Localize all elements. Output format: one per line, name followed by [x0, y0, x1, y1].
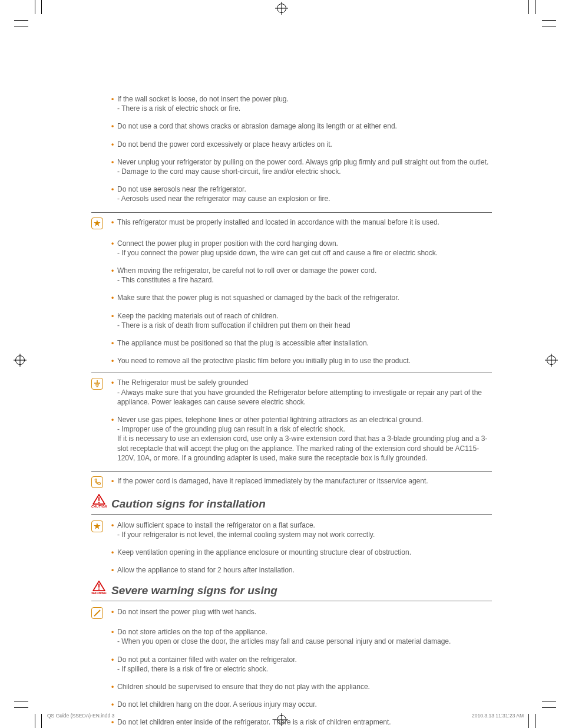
sub-list: Aerosols used near the refrigerator may …: [117, 194, 492, 203]
bullet-item: Never unplug your refrigerator by pullin…: [111, 157, 492, 176]
crop-mark-icon: [542, 27, 556, 27]
crop-mark-icon: [528, 0, 529, 14]
footer-timestamp: 2010.3.13 11:31:23 AM: [472, 713, 524, 719]
bullet-text: Never use gas pipes, telephone lines or …: [117, 416, 423, 424]
bullet-text: If the wall socket is loose, do not inse…: [117, 95, 289, 103]
bullet-item: Do not store articles on the top of the …: [111, 627, 492, 646]
sub-item: When you open or close the door, the art…: [117, 637, 492, 646]
bullet-list: Allow sufficient space to install the re…: [111, 521, 492, 575]
sub-item: There is a risk of death from suffocatio…: [117, 321, 492, 330]
bullet-item: The Refrigerator must be safely grounded…: [111, 378, 492, 407]
bullet-text: Do not let children hang on the door. A …: [117, 700, 317, 709]
bullet-item: Do not put a container filled with water…: [111, 655, 492, 674]
crop-mark-icon: [35, 0, 35, 14]
sub-list: When you open or close the door, the art…: [117, 637, 492, 646]
registration-mark-icon: [277, 4, 286, 13]
bullet-text: Keep the packing materials out of reach …: [117, 312, 279, 320]
bullet-group: If the wall socket is loose, do not inse…: [91, 94, 492, 213]
bullet-text: If the power cord is damaged, have it re…: [117, 477, 428, 485]
page-footer: QS Guide (SSEDA)-EN.indd 3 2010.3.13 11:…: [47, 713, 524, 719]
bullet-item: Children should be supervised to ensure …: [111, 682, 492, 691]
phone-icon: [91, 476, 103, 488]
crop-mark-icon: [535, 0, 535, 14]
bullet-text: Do not bend the power cord excessively o…: [117, 140, 332, 149]
divider: [91, 471, 492, 472]
crop-mark-icon: [542, 707, 556, 708]
bullet-list: Do not insert the power plug with wet ha…: [111, 607, 492, 727]
crop-mark-icon: [14, 27, 28, 27]
bullet-item: Connect the power plug in proper positio…: [111, 239, 492, 258]
bullet-item: Do not use a cord that shows cracks or a…: [111, 121, 492, 131]
svg-point-7: [98, 589, 100, 590]
bullet-text: Do not use a cord that shows cracks or a…: [117, 122, 397, 130]
bullet-text: Children should be supervised to ensure …: [117, 683, 370, 691]
bullet-item: The appliance must be positioned so that…: [111, 338, 492, 348]
bullet-list: If the wall socket is loose, do not inse…: [111, 94, 492, 204]
sub-item: This constitutes a fire hazard.: [117, 275, 492, 285]
svg-line-8: [94, 610, 100, 616]
sub-item: If you connect the power plug upside dow…: [117, 248, 492, 258]
bullet-text: Keep ventilation opening in the applianc…: [117, 548, 411, 556]
bullet-item: Never use gas pipes, telephone lines or …: [111, 415, 492, 463]
bullet-text: Do not put a container filled with water…: [117, 655, 297, 664]
crop-mark-icon: [535, 714, 535, 728]
bullet-text: The appliance must be positioned so that…: [117, 339, 369, 347]
crop-mark-icon: [542, 20, 556, 21]
crop-mark-icon: [528, 714, 529, 728]
bullet-text: You need to remove all the protective pl…: [117, 357, 411, 365]
bullet-item: Do not let children hang on the door. A …: [111, 700, 492, 709]
bullet-item: Keep ventilation opening in the applianc…: [111, 548, 492, 557]
bullet-item: Allow sufficient space to install the re…: [111, 521, 492, 539]
sub-list: There is a risk of death from suffocatio…: [117, 321, 492, 330]
sub-item: Aerosols used near the refrigerator may …: [117, 194, 492, 203]
bullet-group: ★ Allow sufficient space to install the …: [91, 521, 492, 575]
crop-mark-icon: [41, 0, 42, 14]
sub-list: If spilled, there is a risk of fire or e…: [117, 664, 492, 674]
bullet-text: Allow sufficient space to install the re…: [117, 521, 315, 529]
divider: [91, 601, 492, 601]
warning-triangle-icon: WARNING: [91, 581, 107, 595]
registration-mark-icon: [15, 355, 25, 365]
registration-mark-icon: [547, 355, 556, 365]
sub-list: If your refrigerator is not level, the i…: [117, 530, 492, 539]
page: If the wall socket is loose, do not inse…: [0, 0, 562, 728]
crop-mark-icon: [14, 707, 28, 708]
bullet-text: When moving the refrigerator, be careful…: [117, 266, 376, 275]
bullet-item: Do not bend the power cord excessively o…: [111, 140, 492, 149]
crop-mark-icon: [14, 701, 28, 701]
warning-label: WARNING: [91, 591, 107, 595]
star-icon: ★: [91, 218, 103, 229]
bullet-group: ★ This refrigerator must be properly ins…: [91, 218, 492, 374]
bullet-item: Make sure that the power plug is not squ…: [111, 293, 492, 302]
prohibition-icon: [91, 607, 103, 619]
divider: [91, 373, 492, 373]
bullet-text: Connect the power plug in proper positio…: [117, 239, 338, 248]
bullet-text: Do not insert the power plug with wet ha…: [117, 608, 256, 616]
main-content: If the wall socket is loose, do not inse…: [91, 94, 492, 728]
bullet-item: When moving the refrigerator, be careful…: [111, 266, 492, 285]
sub-item: If spilled, there is a risk of fire or e…: [117, 664, 492, 674]
bullet-item: Keep the packing materials out of reach …: [111, 311, 492, 330]
bullet-text: Do not use aerosols near the refrigerato…: [117, 185, 246, 193]
sub-item: There is a risk of electric shock or fir…: [117, 104, 492, 113]
caution-label: CAUTION: [91, 505, 107, 509]
bullet-list: The Refrigerator must be safely grounded…: [111, 378, 492, 463]
footer-file: QS Guide (SSEDA)-EN.indd 3: [47, 713, 114, 719]
bullet-list: If the power cord is damaged, have it re…: [111, 476, 492, 486]
sub-list: If you connect the power plug upside dow…: [117, 248, 492, 258]
sub-list: Improper use of the grounding plug can r…: [117, 424, 492, 434]
bullet-text: Make sure that the power plug is not squ…: [117, 294, 399, 302]
bullet-group: The Refrigerator must be safely grounded…: [91, 378, 492, 472]
bullet-item: Do not insert the power plug with wet ha…: [111, 607, 492, 617]
sub-list: There is a risk of electric shock or fir…: [117, 104, 492, 113]
crop-mark-icon: [14, 20, 28, 21]
bullet-item: Allow the appliance to stand for 2 hours…: [111, 565, 492, 575]
star-icon: ★: [91, 521, 103, 532]
svg-point-5: [98, 502, 100, 503]
bullet-text: Never unplug your refrigerator by pullin…: [117, 158, 488, 166]
bullet-text: Do not let children enter inside of the …: [117, 718, 391, 726]
bullet-item: If the power cord is damaged, have it re…: [111, 476, 492, 486]
sub-paragraph: If it is necessary to use an extension c…: [117, 434, 492, 463]
bullet-text: Do not store articles on the top of the …: [117, 628, 267, 636]
section-title: Severe warning signs for using: [111, 584, 277, 597]
